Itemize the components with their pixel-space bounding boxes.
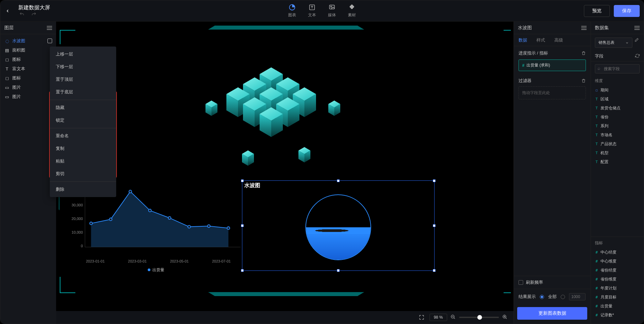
layer-item[interactable]: ▭图片 — [0, 83, 56, 92]
dataset-dropdown[interactable]: 销售总表 — [595, 38, 632, 48]
svg-point-60 — [227, 227, 230, 229]
result-custom-input[interactable] — [569, 293, 586, 300]
svg-line-63 — [454, 318, 455, 319]
toolbox-media[interactable]: 媒体 — [328, 4, 336, 18]
layers-menu-icon[interactable] — [47, 26, 52, 30]
progress-section-label: 进度指示 / 指标 — [519, 50, 548, 56]
svg-point-56 — [149, 209, 151, 212]
layer-item[interactable]: T富文本 — [0, 64, 56, 73]
back-icon[interactable] — [4, 8, 11, 14]
dataset-menu-icon[interactable] — [634, 26, 640, 30]
area-legend: 出货量 — [68, 267, 244, 273]
field-item[interactable]: T省份 — [595, 113, 640, 122]
context-menu-item[interactable]: 复制 — [50, 142, 116, 155]
props-tab[interactable]: 数据 — [519, 37, 527, 43]
svg-point-59 — [207, 225, 210, 227]
zoom-out-icon[interactable] — [450, 314, 456, 321]
redo-icon[interactable] — [31, 11, 37, 17]
svg-text:30,000: 30,000 — [72, 203, 83, 207]
result-label: 结果展示 — [519, 294, 536, 300]
zoom-percent: 98 — [434, 315, 438, 320]
svg-text:0: 0 — [81, 244, 83, 248]
context-menu-item[interactable]: 隐藏 — [50, 101, 116, 114]
page-title: 新建数据大屏 — [18, 4, 50, 11]
fields-label: 字段 — [595, 53, 604, 59]
field-item[interactable]: T区域 — [595, 95, 640, 104]
result-custom-radio[interactable] — [561, 295, 565, 299]
liquid-chart-title: 水波图 — [244, 182, 260, 189]
field-item[interactable]: #省份维度 — [595, 275, 640, 284]
svg-point-58 — [188, 225, 191, 228]
context-menu-item[interactable]: 剪切 — [50, 167, 116, 180]
svg-point-57 — [168, 217, 171, 219]
refresh-fields-icon[interactable] — [635, 54, 640, 59]
svg-marker-3 — [208, 292, 364, 296]
svg-marker-4 — [208, 26, 364, 30]
dimension-group-label: 维度 — [591, 76, 644, 86]
field-item[interactable]: ☐期间 — [595, 86, 640, 95]
field-item[interactable]: #出货量 — [595, 302, 640, 311]
field-item[interactable]: #省份经度 — [595, 266, 640, 275]
context-menu-item[interactable]: 重命名 — [50, 130, 116, 142]
props-tab[interactable]: 高级 — [554, 37, 563, 43]
undo-icon[interactable] — [19, 11, 25, 17]
cubes-graphic — [198, 54, 344, 180]
liquid-circle — [305, 194, 371, 260]
context-menu-item[interactable]: 删除 — [50, 183, 116, 196]
preview-button[interactable]: 预览 — [584, 5, 610, 17]
field-item[interactable]: T系列 — [595, 122, 640, 131]
layer-context-menu: 上移一层下移一层置于顶层置于底层隐藏锁定重命名复制粘贴剪切删除 — [50, 47, 116, 197]
props-title: 水波图 — [518, 25, 532, 31]
layer-item[interactable]: ◻图标 — [0, 55, 56, 64]
edit-dataset-icon[interactable] — [634, 38, 640, 43]
field-item[interactable]: T产品状态 — [595, 140, 640, 149]
filter-dropzone[interactable]: 拖动字段至此处 — [519, 86, 586, 99]
fullscreen-icon[interactable] — [419, 315, 424, 320]
field-item[interactable]: T发货仓储点 — [595, 104, 640, 113]
zoom-slider[interactable] — [459, 317, 499, 318]
dataset-title: 数据集 — [595, 25, 609, 31]
toolbox-material[interactable]: 素材 — [348, 4, 356, 18]
update-chart-button[interactable]: 更新图表数据 — [517, 307, 587, 320]
context-menu-item[interactable]: 下移一层 — [50, 60, 116, 73]
field-item[interactable]: T机型 — [595, 149, 640, 158]
svg-point-53 — [90, 222, 92, 225]
context-menu-item[interactable]: 上移一层 — [50, 48, 116, 60]
svg-point-2 — [331, 6, 332, 7]
context-menu-item[interactable]: 锁定 — [50, 114, 116, 127]
delete-icon[interactable] — [581, 51, 586, 55]
context-menu-item[interactable]: 置于顶层 — [50, 73, 116, 86]
layer-item[interactable]: ▭图片 — [0, 92, 56, 101]
toolbox-chart[interactable]: 图表 — [288, 4, 296, 18]
props-menu-icon[interactable] — [581, 26, 587, 30]
refresh-checkbox[interactable] — [519, 280, 523, 285]
metric-chip[interactable]: #出货量 (求和) — [519, 59, 586, 71]
field-item[interactable]: #年度计划 — [595, 284, 640, 293]
zoom-in-icon[interactable] — [502, 314, 508, 321]
liquid-chart-selection[interactable]: 水波图 — [242, 180, 435, 271]
svg-line-67 — [506, 318, 507, 319]
layer-item[interactable]: ◻图标 — [0, 73, 56, 83]
save-button[interactable]: 保存 — [614, 5, 640, 17]
field-item[interactable]: #中心经度 — [595, 248, 640, 257]
field-item[interactable]: T配置 — [595, 158, 640, 166]
svg-text:20,000: 20,000 — [72, 217, 83, 221]
delete-filter-icon[interactable] — [581, 78, 586, 83]
svg-text:10,000: 10,000 — [72, 230, 83, 234]
props-tab[interactable]: 样式 — [536, 37, 545, 43]
svg-point-54 — [109, 218, 112, 221]
field-search-input[interactable] — [595, 64, 640, 73]
field-item[interactable]: #月度目标 — [595, 293, 640, 302]
layer-item[interactable]: ◌水波图 — [0, 36, 56, 46]
result-all-radio[interactable] — [540, 295, 544, 299]
svg-point-55 — [129, 190, 131, 193]
layer-item[interactable]: ▤面积图 — [0, 46, 56, 55]
metric-group-label: 指标 — [591, 237, 644, 248]
field-item[interactable]: #记录数* — [595, 311, 640, 320]
toolbox-text[interactable]: 文本 — [308, 4, 316, 18]
refresh-label: 刷新频率 — [526, 279, 543, 285]
context-menu-item[interactable]: 置于底层 — [50, 86, 116, 98]
field-item[interactable]: T市场名 — [595, 131, 640, 140]
context-menu-item[interactable]: 粘贴 — [50, 155, 116, 167]
field-item[interactable]: #中心维度 — [595, 257, 640, 266]
